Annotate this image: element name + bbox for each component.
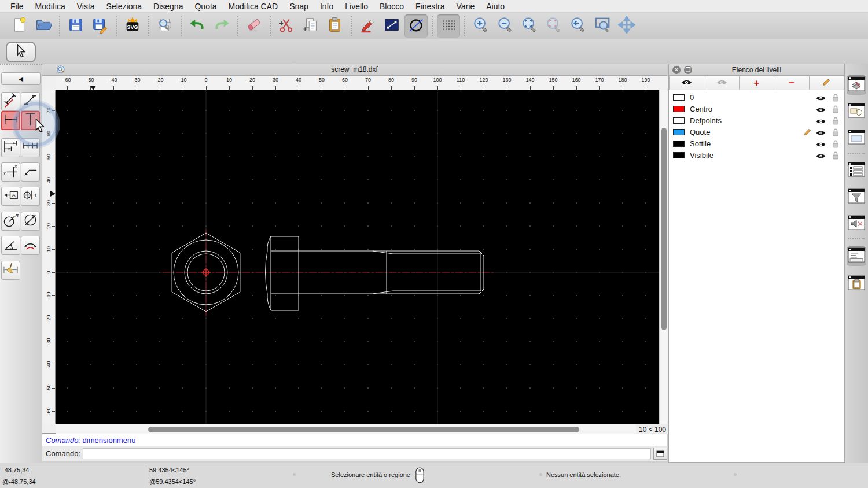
vertical-scrollbar[interactable] (659, 90, 668, 424)
toolbar-zoom-in-button[interactable] (469, 14, 492, 38)
toolbar-draw-pencil-button[interactable] (356, 14, 379, 38)
dim-baseline-button[interactable] (1, 138, 20, 157)
show-all-layers-button[interactable] (669, 76, 704, 90)
menu-item-modifica-cad[interactable]: Modifica CAD (223, 2, 284, 11)
cad-drawing[interactable] (56, 90, 659, 424)
dock-back-button[interactable]: ◀ (1, 72, 41, 85)
menu-item-seleziona[interactable]: Seleziona (101, 2, 148, 11)
horizontal-scroll-thumb[interactable] (148, 427, 579, 432)
v-ruler-label: 0 (46, 267, 52, 278)
toolbar-zoom-out-button[interactable] (494, 14, 517, 38)
dim-horizontal-button[interactable] (1, 111, 20, 130)
toolbar-save-as-button[interactable] (89, 14, 112, 38)
command-input[interactable] (83, 448, 651, 459)
toolbar-delete-eraser-button[interactable] (242, 14, 266, 38)
dim-arc-button[interactable] (21, 236, 40, 255)
dim-leader-button[interactable] (21, 162, 40, 182)
remove-layer-button[interactable]: − (774, 76, 809, 90)
menu-item-blocco[interactable]: Blocco (374, 2, 410, 11)
menu-item-vista[interactable]: Vista (71, 2, 101, 11)
menu-item-snap[interactable]: Snap (284, 2, 314, 11)
toolbar-grid-toggle-button[interactable] (437, 14, 460, 38)
toolbar-open-file-button[interactable] (32, 14, 55, 38)
dim-tolerance-button[interactable]: .1 (21, 187, 40, 206)
layer-row-centro[interactable]: Centro (669, 103, 844, 114)
panel-block-list-button[interactable] (847, 102, 866, 121)
menu-item-livello[interactable]: Livello (339, 2, 374, 11)
layer-lock-icon[interactable] (832, 151, 839, 162)
dim-angular-icon (2, 236, 19, 255)
layer-row-0[interactable]: 0 (669, 91, 844, 103)
dim-radial-button[interactable]: R (1, 212, 20, 231)
layer-color-swatch[interactable] (673, 117, 685, 124)
toolbar-copy-button[interactable] (299, 14, 322, 38)
document-titlebar[interactable]: screw_m18.dxf (42, 64, 667, 76)
toolbar-redo-button[interactable] (210, 14, 233, 38)
menu-item-disegna[interactable]: Disegna (148, 2, 189, 11)
layer-color-swatch[interactable] (673, 152, 685, 158)
toolbar-zoom-auto-button[interactable] (518, 14, 541, 38)
toolbar-save-button[interactable] (64, 14, 87, 38)
toolbar-new-file-button[interactable] (8, 14, 31, 38)
dim-ordinate-icon: yx (2, 162, 19, 182)
dim-diametric-button[interactable] (21, 212, 40, 231)
toolbar-export-svg-button[interactable]: SVG (121, 14, 144, 38)
dim-aligned-button[interactable] (1, 92, 20, 111)
layer-color-swatch[interactable] (673, 129, 685, 135)
status-indicator-dot (734, 473, 737, 476)
add-layer-button[interactable]: + (740, 76, 774, 90)
command-history-value: dimensionmenu (83, 436, 136, 445)
menu-item-varie[interactable]: Varie (451, 2, 481, 11)
h-ruler-tick (623, 86, 623, 90)
svg-text:.1: .1 (33, 193, 37, 198)
panel-view-toggle-button[interactable] (847, 214, 866, 234)
panel-selection-filter-button[interactable] (847, 187, 866, 207)
dim-continue-button[interactable] (21, 138, 40, 157)
panel-library-browser-button[interactable] (847, 128, 866, 148)
dim-ordinate-button[interactable]: yx (1, 162, 20, 182)
toolbar-zoom-window-button[interactable] (591, 14, 614, 38)
dim-vertical-button[interactable] (21, 111, 40, 130)
toolbar-line-properties-button[interactable] (380, 14, 403, 38)
toolbar-undo-button[interactable] (186, 14, 209, 38)
menu-item-quota[interactable]: Quota (189, 2, 222, 11)
panel-layer-list-icon (848, 76, 865, 94)
edit-layer-button[interactable] (810, 76, 844, 90)
command-expand-button[interactable] (653, 448, 667, 460)
layer-row-visibile[interactable]: Visibile (669, 149, 844, 161)
panel-clipboard-button[interactable] (847, 274, 866, 294)
menu-item-file[interactable]: File (5, 2, 30, 11)
menu-item-finestra[interactable]: Finestra (410, 2, 451, 11)
toolbar-paste-button[interactable] (323, 14, 347, 38)
menu-item-aiuto[interactable]: Aiuto (480, 2, 510, 11)
hide-all-layers-button[interactable] (704, 76, 739, 90)
panel-command-line-icon (848, 247, 865, 265)
layer-color-swatch[interactable] (673, 141, 685, 147)
toolbar-zoom-previous-button[interactable] (567, 14, 590, 38)
panel-layer-list-button[interactable] (847, 75, 866, 95)
panel-property-list-button[interactable] (847, 161, 866, 180)
horizontal-ruler: -60-50-40-30-20-100102030405060708090100… (56, 76, 668, 90)
toolbar-cut-button[interactable] (275, 14, 298, 38)
dim-linear-button[interactable] (21, 92, 40, 111)
layer-color-swatch[interactable] (673, 106, 685, 112)
drawing-canvas[interactable] (56, 90, 659, 424)
toolbar-ellipse-tool-button[interactable] (404, 14, 428, 38)
h-ruler-label: 0 (197, 77, 215, 83)
dim-angular-button[interactable] (1, 236, 20, 255)
panel-command-line-button[interactable] (847, 246, 866, 266)
horizontal-scrollbar[interactable] (56, 424, 636, 434)
toolbar-print-preview-button[interactable] (153, 14, 176, 38)
layer-visibility-eye-icon[interactable] (816, 151, 826, 162)
layer-row-defpoints[interactable]: Defpoints (669, 114, 844, 126)
toolbar-pan-view-button[interactable] (615, 14, 638, 38)
menu-item-modifica[interactable]: Modifica (30, 2, 71, 11)
layer-row-quote[interactable]: Quote (669, 126, 844, 138)
dim-label-button[interactable]: A (1, 187, 20, 206)
selection-tool-button[interactable] (6, 42, 36, 62)
layer-row-sottile[interactable]: Sottile (669, 138, 844, 149)
dim-regenerate-button[interactable] (1, 261, 20, 280)
layer-color-swatch[interactable] (673, 94, 685, 101)
menu-item-info[interactable]: Info (314, 2, 339, 11)
vertical-scroll-thumb[interactable] (661, 128, 667, 330)
